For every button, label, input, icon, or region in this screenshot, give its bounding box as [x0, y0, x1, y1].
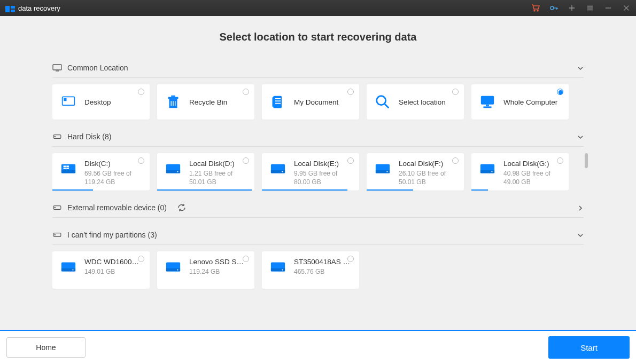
scrollbar-thumb[interactable]: [585, 153, 588, 168]
section-external-label: External removable device (0): [67, 203, 167, 212]
close-icon[interactable]: [622, 4, 631, 12]
lost-partition-st35[interactable]: ST3500418AS … 465.76 GB: [262, 251, 359, 289]
common-location-row: Desktop Recycle Bin My Document: [52, 84, 584, 120]
card-label: Whole Computer: [503, 98, 561, 106]
lost-partition-wdc[interactable]: WDC WD1600A… 149.01 GB: [52, 251, 150, 289]
radio[interactable]: [347, 157, 354, 164]
radio[interactable]: [452, 89, 459, 95]
radio[interactable]: [347, 256, 354, 262]
radio[interactable]: [452, 157, 459, 164]
card-label: Desktop: [84, 98, 142, 106]
svg-rect-21: [481, 96, 494, 105]
start-button[interactable]: Start: [548, 336, 630, 359]
section-external-header[interactable]: External removable device (0): [52, 198, 584, 218]
svg-rect-11: [171, 96, 175, 97]
svg-point-3: [534, 10, 535, 11]
svg-rect-10: [168, 97, 179, 99]
svg-rect-31: [66, 168, 69, 169]
disk-e[interactable]: Local Disk(E:) 9.95 GB free of 80.00 GB: [262, 153, 359, 191]
menu-icon[interactable]: [586, 4, 594, 12]
svg-point-53: [177, 269, 178, 270]
disk-g[interactable]: Local Disk(G:) 40.98 GB free of 49.00 GB: [471, 153, 569, 191]
disk-f[interactable]: Local Disk(F:) 26.10 GB free of 50.01 GB: [367, 153, 464, 191]
svg-rect-15: [273, 96, 282, 108]
svg-point-50: [72, 269, 73, 270]
section-hard-disk-header[interactable]: Hard Disk (8): [52, 127, 584, 147]
drive-icon: [269, 258, 286, 275]
radio[interactable]: [557, 89, 563, 95]
radio[interactable]: [243, 256, 249, 262]
svg-rect-1: [11, 6, 15, 9]
location-desktop[interactable]: Desktop: [52, 84, 150, 120]
refresh-icon[interactable]: [177, 203, 186, 212]
location-select-location[interactable]: Select location: [367, 84, 464, 120]
home-button[interactable]: Home: [6, 337, 86, 358]
svg-rect-17: [275, 100, 281, 101]
svg-rect-22: [486, 105, 489, 107]
chevron-down-icon[interactable]: [577, 232, 584, 238]
radio[interactable]: [243, 89, 249, 95]
svg-rect-23: [484, 106, 492, 108]
card-sub: 119.24 GB: [189, 268, 247, 276]
key-icon[interactable]: [549, 4, 558, 12]
windows-drive-icon: [60, 160, 77, 177]
card-sub: 26.10 GB free of 50.01 GB: [399, 170, 456, 186]
disk-icon: [52, 204, 62, 211]
radio[interactable]: [138, 256, 144, 262]
svg-point-45: [55, 207, 55, 208]
svg-rect-16: [275, 98, 281, 99]
card-label: Local Disk(D:): [189, 160, 247, 168]
section-common-header[interactable]: Common Location: [52, 58, 584, 78]
drive-icon: [479, 160, 496, 177]
card-label: Select location: [399, 98, 456, 106]
card-label: Local Disk(G:): [503, 160, 561, 168]
chevron-down-icon[interactable]: [577, 133, 584, 140]
section-lost-header[interactable]: I can't find my partitions (3): [52, 225, 584, 245]
svg-rect-28: [64, 165, 66, 167]
chevron-right-icon[interactable]: [577, 204, 584, 211]
svg-rect-8: [64, 98, 66, 101]
card-sub: 9.95 GB free of 80.00 GB: [294, 170, 352, 186]
svg-rect-27: [61, 170, 75, 173]
drive-icon: [60, 258, 77, 275]
lost-partition-lenovo[interactable]: Lenovo SSD SL… 119.24 GB: [157, 251, 254, 289]
window-controls: [531, 4, 631, 12]
page-title: Select location to start recovering data: [0, 31, 636, 43]
monitor-icon: [52, 64, 62, 72]
card-label: Recycle Bin: [189, 98, 247, 106]
location-recycle-bin[interactable]: Recycle Bin: [157, 84, 254, 120]
svg-point-40: [386, 171, 387, 172]
app-logo: data recovery: [5, 4, 60, 12]
plus-icon[interactable]: [568, 4, 576, 12]
computer-icon: [479, 93, 496, 110]
minimize-icon[interactable]: [604, 4, 612, 12]
radio[interactable]: [243, 157, 249, 164]
disk-d[interactable]: Local Disk(D:) 1.21 GB free of 50.01 GB: [157, 153, 254, 191]
chevron-down-icon[interactable]: [577, 65, 584, 71]
radio[interactable]: [138, 157, 144, 164]
usage-bar: [262, 189, 347, 191]
card-label: Lenovo SSD SL…: [189, 258, 247, 266]
svg-rect-18: [275, 103, 281, 104]
card-sub: 69.56 GB free of 119.24 GB: [84, 170, 142, 186]
card-label: My Document: [294, 98, 352, 106]
home-button-label: Home: [36, 343, 56, 352]
card-sub: 1.21 GB free of 50.01 GB: [189, 170, 247, 186]
svg-point-34: [177, 171, 178, 172]
svg-point-56: [282, 269, 283, 270]
radio[interactable]: [138, 89, 144, 95]
location-my-document[interactable]: My Document: [262, 84, 359, 120]
location-whole-computer[interactable]: Whole Computer: [471, 84, 569, 120]
svg-point-43: [491, 171, 492, 172]
disk-c[interactable]: Disk(C:) 69.56 GB free of 119.24 GB: [52, 153, 150, 191]
radio[interactable]: [347, 89, 354, 95]
drive-icon: [374, 160, 391, 177]
main-panel: Select location to start recovering data…: [0, 16, 636, 330]
app-logo-icon: [5, 5, 15, 11]
svg-rect-30: [64, 168, 66, 169]
cart-icon[interactable]: [531, 4, 540, 12]
radio[interactable]: [557, 157, 563, 164]
section-lost-label: I can't find my partitions (3): [67, 231, 157, 239]
card-sub: 149.01 GB: [84, 268, 142, 276]
svg-rect-19: [273, 97, 275, 107]
